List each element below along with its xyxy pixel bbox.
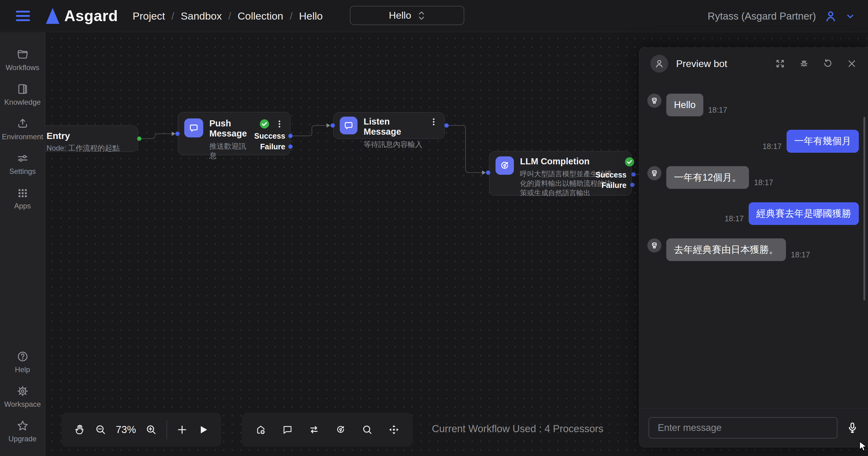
zoom-level-label: 73%	[116, 424, 136, 435]
chat-bubble-icon	[340, 117, 358, 134]
kebab-menu-icon[interactable]	[275, 119, 284, 129]
workflow-select-dropdown[interactable]: Hello	[350, 6, 464, 25]
chat-message: 18:17 一年有幾個月	[647, 130, 859, 152]
breadcrumb-separator: /	[290, 10, 292, 22]
sidebar-label: Help	[15, 365, 30, 374]
preview-panel-header: Preview bot	[639, 48, 868, 80]
arrowhead-icon	[327, 123, 330, 128]
node-push-message[interactable]: Push Message 推送歡迎訊息 Success Failure	[178, 112, 290, 155]
swap-arrows-icon[interactable]	[308, 424, 320, 435]
bot-message-bubble: 一年有12個月。	[666, 166, 749, 189]
bot-message-bubble: Hello	[666, 94, 703, 116]
sidebar-item-workspace[interactable]: Workspace	[0, 385, 45, 408]
sidebar-item-help[interactable]: Help	[0, 351, 45, 374]
canvas-node-toolbar	[242, 413, 412, 447]
bot-message-bubble: 去年經典賽由日本獲勝。	[666, 238, 786, 261]
run-workflow-button[interactable]	[197, 424, 209, 435]
search-icon[interactable]	[362, 424, 373, 435]
toolbar-divider	[166, 420, 167, 439]
pan-hand-icon[interactable]	[74, 424, 85, 435]
add-node-button[interactable]	[176, 424, 188, 435]
breadcrumb: Project / Sandbox / Collection / Hello	[132, 10, 322, 22]
book-icon	[17, 83, 29, 95]
output-label-failure: Failure	[601, 181, 626, 190]
sidebar-label: Workflows	[5, 63, 39, 72]
chat-input-bar	[639, 408, 868, 447]
top-header: Asgard Project / Sandbox / Collection / …	[0, 0, 868, 32]
node-subtitle: 推送歡迎訊息	[209, 142, 253, 160]
sidebar-item-settings[interactable]: Settings	[0, 152, 45, 176]
refresh-icon[interactable]	[823, 58, 833, 69]
star-icon	[17, 420, 29, 432]
hamburger-menu-icon[interactable]	[16, 11, 30, 21]
sidebar-item-environment[interactable]: Environment	[0, 118, 45, 141]
debug-bug-icon[interactable]	[799, 58, 809, 69]
triangle-logo-icon	[46, 8, 59, 24]
close-icon[interactable]	[846, 58, 857, 69]
chat-message: 去年經典賽由日本獲勝。 18:17	[647, 238, 859, 261]
sidebar-label: Apps	[14, 202, 31, 210]
preview-bot-panel: Preview bot Hello 18:17 18:17 一年有幾個月	[639, 48, 868, 448]
output-label-success: Success	[596, 171, 626, 179]
arrowhead-icon	[482, 171, 486, 175]
node-listen-message[interactable]: Listen Message 等待訊息內容輸入	[333, 112, 445, 139]
node-title: Entry	[46, 131, 132, 141]
kebab-menu-icon[interactable]	[429, 117, 438, 127]
breadcrumb-item-sandbox[interactable]: Sandbox	[181, 10, 222, 22]
edge-push-to-listen	[290, 125, 329, 136]
zoom-out-icon[interactable]	[95, 424, 106, 435]
llm-node-icon[interactable]	[335, 424, 346, 435]
fit-view-icon[interactable]	[388, 424, 400, 435]
chat-scrollbar[interactable]	[863, 117, 865, 301]
breadcrumb-item-project[interactable]: Project	[132, 10, 165, 22]
add-entry-node-icon[interactable]	[255, 424, 267, 435]
chat-bubble-icon	[184, 118, 203, 138]
sidebar-item-workflows[interactable]: Workflows	[0, 48, 45, 72]
llm-refresh-bulb-icon	[496, 156, 514, 175]
chat-message: 一年有12個月。 18:17	[647, 166, 859, 189]
node-title: Push Message	[209, 118, 253, 139]
sidebar-label: Workspace	[4, 400, 41, 408]
breadcrumb-item-hello[interactable]: Hello	[299, 10, 322, 22]
success-check-icon	[624, 156, 635, 168]
preview-panel-title: Preview bot	[676, 58, 727, 69]
message-input[interactable]	[649, 417, 837, 438]
breadcrumb-item-collection[interactable]: Collection	[238, 10, 283, 22]
node-llm-completion[interactable]: LLM Completion 呼叫大型語言模型並產生結構化的資料輸出以輔助流程的…	[489, 151, 632, 195]
workflow-usage-status: Current Workflow Used : 4 Processors	[432, 423, 603, 434]
zoom-in-icon[interactable]	[145, 424, 157, 435]
chevron-up-down-icon	[418, 10, 425, 21]
breadcrumb-separator: /	[172, 10, 174, 22]
output-label-failure: Failure	[260, 142, 285, 151]
sidebar-label: Environment	[2, 132, 43, 141]
breadcrumb-separator: /	[228, 10, 231, 22]
arrowhead-icon	[172, 131, 175, 136]
apps-grid-icon	[17, 187, 29, 199]
node-title: Listen Message	[364, 117, 423, 137]
node-subtitle: Node: 工作流程的起點	[46, 143, 132, 153]
upload-icon	[17, 118, 29, 130]
robot-avatar-icon	[647, 238, 661, 252]
port-llm-success[interactable]	[631, 172, 636, 177]
add-message-node-icon[interactable]	[282, 424, 293, 435]
bot-avatar	[650, 55, 668, 72]
sidebar-item-upgrade[interactable]: Upgrade	[0, 420, 45, 443]
message-timestamp: 18:17	[763, 142, 782, 151]
node-entry[interactable]: Entry Node: 工作流程的起點	[45, 125, 138, 152]
port-listen-output[interactable]	[444, 123, 449, 128]
sidebar-item-knowledge[interactable]: Knowledge	[0, 83, 45, 107]
microphone-icon[interactable]	[846, 421, 859, 434]
edge-listen-to-llm	[446, 125, 485, 173]
workflow-select-value: Hello	[389, 10, 411, 21]
chat-message-list[interactable]: Hello 18:17 18:17 一年有幾個月 一年有12個月。 18:17 …	[639, 80, 868, 408]
app-logo[interactable]: Asgard	[46, 7, 118, 25]
app-window: Asgard Project / Sandbox / Collection / …	[0, 0, 868, 456]
sidebar-item-apps[interactable]: Apps	[0, 187, 45, 210]
sidebar-label: Settings	[9, 167, 36, 176]
expand-icon[interactable]	[775, 58, 785, 69]
user-icon[interactable]	[824, 9, 837, 23]
sliders-icon	[17, 152, 29, 164]
help-circle-icon	[17, 351, 29, 363]
chevron-down-icon[interactable]	[845, 11, 855, 21]
account-name: Rytass (Asgard Partner)	[708, 10, 816, 22]
